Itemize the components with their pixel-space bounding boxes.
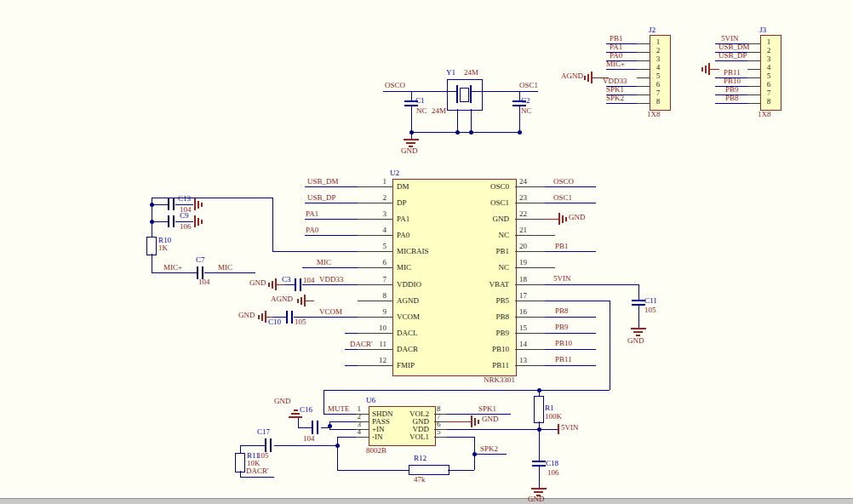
pin-stub xyxy=(358,317,392,318)
pin-stub xyxy=(358,333,392,334)
pin-number: 18 xyxy=(519,276,527,284)
junction-dot xyxy=(537,427,541,432)
net-label: OSCO xyxy=(553,178,574,186)
pin-stub xyxy=(358,203,392,203)
wire xyxy=(539,429,540,461)
ground-symbol-bar xyxy=(406,142,415,144)
wire xyxy=(240,477,274,478)
designator-label: C13 xyxy=(178,195,191,203)
value-label: 100K xyxy=(545,413,562,421)
junction-dot xyxy=(150,203,154,207)
ground-symbol-bar xyxy=(194,198,196,210)
ground-symbol-bar xyxy=(562,215,564,223)
net-label: PB1 xyxy=(610,35,623,43)
value-label: 1K xyxy=(158,244,168,252)
ground-lead xyxy=(710,69,719,70)
net-label: MIC+ xyxy=(163,264,182,272)
pin-stub xyxy=(515,333,545,334)
ground-symbol-bar xyxy=(584,76,586,80)
designator-label: Y1 xyxy=(446,69,455,77)
ground-symbol-bar xyxy=(194,215,196,227)
pin-stub xyxy=(637,94,650,95)
ground-symbol-bar xyxy=(558,213,560,225)
capacitor-plate xyxy=(168,198,169,210)
pin-stub xyxy=(747,69,760,70)
value-label: 104 xyxy=(303,435,315,443)
value-label: 24M xyxy=(464,69,478,77)
ground-symbol-bar xyxy=(265,311,266,323)
net-label: USB_DM xyxy=(718,43,750,51)
ground-symbol-bar xyxy=(301,297,302,305)
ground-symbol-bar xyxy=(708,63,710,75)
pin-stub xyxy=(637,43,650,44)
pin-name: PB9 xyxy=(424,329,509,337)
net-label: AGND xyxy=(561,72,583,80)
pin-number: 3 xyxy=(761,55,776,63)
designator-label: C3 xyxy=(282,276,291,284)
pin-stub xyxy=(747,43,760,44)
value-label: NC xyxy=(521,107,532,115)
wire xyxy=(545,203,596,203)
window-bottom-edge xyxy=(0,498,853,504)
pin-number: 6 xyxy=(761,81,776,89)
pin-stub xyxy=(356,437,369,438)
pin-stub xyxy=(358,267,392,268)
pin-number: 5 xyxy=(650,72,666,80)
wire xyxy=(337,470,409,471)
value-label: 106 xyxy=(180,223,192,231)
designator-label: C1 xyxy=(415,97,425,105)
pin-stub xyxy=(515,349,545,350)
net-label: PA0 xyxy=(610,52,622,60)
resistor-body xyxy=(235,453,245,472)
designator-label: U2 xyxy=(390,169,399,177)
net-label: PB10 xyxy=(724,77,741,85)
wire xyxy=(519,106,520,132)
wire xyxy=(545,301,610,301)
wire xyxy=(323,390,610,391)
wire xyxy=(345,349,358,350)
capacitor-plate xyxy=(168,215,169,227)
pin-number: 1 xyxy=(761,38,776,46)
pin-stub xyxy=(637,69,650,70)
net-label: GND xyxy=(569,214,586,221)
net-label: PB9 xyxy=(555,324,569,331)
net-label: VDD33 xyxy=(603,77,627,85)
pin-number: 3 xyxy=(650,55,666,63)
net-label: OSCO xyxy=(385,82,405,89)
net-label: PA0 xyxy=(306,226,318,234)
pin-name: PB8 xyxy=(424,313,509,321)
capacitor-plate xyxy=(632,304,645,306)
value-label: NRK3301 xyxy=(484,376,515,384)
ground-symbol-bar xyxy=(201,220,203,224)
net-label: PB1 xyxy=(555,243,569,250)
net-label: DACR' xyxy=(246,467,269,475)
net-label: MIC+ xyxy=(606,60,625,68)
ground-symbol-bar xyxy=(633,331,643,333)
designator-label: C16 xyxy=(300,406,312,414)
pin-stub xyxy=(358,284,392,285)
designator-label: J2 xyxy=(649,26,655,34)
designator-label: R12 xyxy=(414,455,426,462)
net-label: GND xyxy=(482,415,499,423)
pin-stub xyxy=(515,365,545,366)
wire xyxy=(545,284,638,285)
pin-number: 19 xyxy=(519,259,527,266)
ground-symbol-bar xyxy=(631,328,646,329)
pin-number: 8 xyxy=(761,98,776,106)
wire xyxy=(545,333,596,334)
pin-name: AGND xyxy=(397,297,419,305)
capacitor-plate xyxy=(312,421,313,434)
net-label: 5VIN xyxy=(721,35,739,43)
pin-number: 4 xyxy=(346,428,361,436)
pin-number: 17 xyxy=(519,292,527,300)
ground-symbol-bar xyxy=(289,416,302,418)
wire xyxy=(152,204,169,205)
pin-name: PA1 xyxy=(397,215,409,223)
ground-symbol-bar xyxy=(291,413,300,415)
net-label: GND xyxy=(249,279,266,287)
ground-lead xyxy=(306,301,314,301)
pin-number: 8 xyxy=(650,98,666,106)
pin-stub xyxy=(358,186,392,187)
wire xyxy=(447,429,539,430)
wire xyxy=(383,91,447,92)
